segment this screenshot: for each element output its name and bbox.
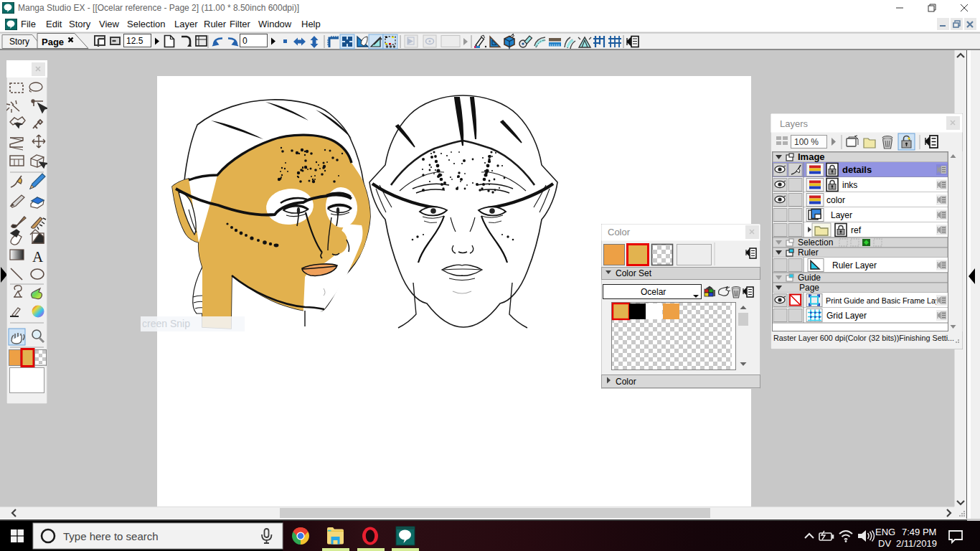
svg-text:Selection: Selection [798,237,833,248]
svg-text:Color Set: Color Set [616,268,652,278]
svg-text:Ruler: Ruler [798,248,819,258]
svg-text:2/11/2019: 2/11/2019 [896,538,937,549]
svg-text:ENG: ENG [875,527,895,537]
svg-text:Guide: Guide [798,273,821,283]
svg-text:Raster Layer 600 dpi(Color (32: Raster Layer 600 dpi(Color (32 bits))Fin… [773,334,954,342]
svg-text:Ocelar: Ocelar [641,287,666,297]
svg-text:Ruler Layer: Ruler Layer [832,260,877,270]
svg-text:Layers: Layers [780,118,809,129]
svg-text:0: 0 [242,36,248,46]
svg-text:12.5: 12.5 [126,36,143,46]
svg-text:DV: DV [878,538,891,549]
svg-text:100 %: 100 % [794,137,819,147]
svg-text:Grid Layer: Grid Layer [826,311,867,321]
svg-text:Print Guide and Basic Frame La: Print Guide and Basic Frame Layer [826,296,946,305]
svg-text:Page: Page [42,37,64,47]
svg-text:7:49 PM: 7:49 PM [902,527,936,537]
svg-text:Story: Story [9,37,29,47]
svg-text:Type here to search: Type here to search [63,530,159,542]
svg-text:Image: Image [798,151,825,162]
svg-text:Page: Page [799,283,819,293]
svg-text:details: details [842,164,872,175]
svg-text:color: color [826,195,845,205]
svg-text:Color: Color [616,377,636,387]
svg-text:ref: ref [851,225,862,235]
svg-text:Color: Color [608,227,631,237]
svg-text:A: A [32,248,44,265]
svg-text:inks: inks [842,180,857,190]
svg-text:Layer: Layer [831,210,852,220]
